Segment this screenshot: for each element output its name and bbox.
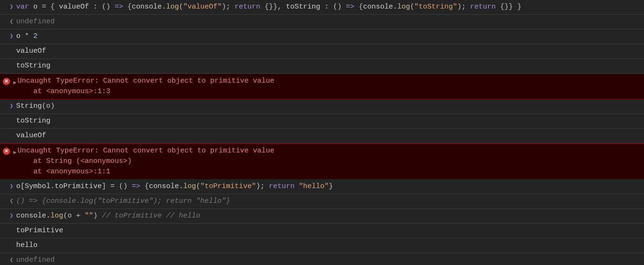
console-output-arrow-icon: ❮ [10,256,13,265]
console-log-output: toString [16,61,644,71]
console-error-message: ▶Uncaught TypeError: Cannot convert obje… [16,146,644,177]
console-row: ❯o[Symbol.toPrimitive] = () => {console.… [0,180,644,194]
code-token: () => {console.log("toPrimitive"); retur… [16,197,230,205]
code-token: ); [457,3,470,11]
console-row: ❮undefined [0,15,644,29]
code-token: "" [85,212,93,220]
console-gutter: ❮ [0,255,16,265]
code-token: => [346,3,354,11]
console-log-output: hello [16,240,644,251]
code-token: log [166,3,179,11]
console-input-arrow-icon: ❯ [10,212,13,220]
code-token: * [25,32,33,40]
code-token: toString [16,117,50,125]
error-icon [3,78,10,85]
console-row: toString [0,59,644,74]
code-token: valueOf [16,47,46,55]
code-token: 2 [33,32,38,40]
console-input-code: String(o) [16,101,644,112]
code-token: console. [16,212,50,220]
console-gutter: ❯ [0,211,16,220]
code-token: undefined [16,256,55,264]
code-token: toString [286,3,320,11]
console-gutter: ❮ [0,17,16,26]
console-row: ❯String(o) [0,99,644,114]
code-token: { [354,3,363,11]
code-token: {}}, [260,3,286,11]
console-row: toString [0,114,644,129]
code-token: valueOf [59,3,89,11]
expand-triangle-icon[interactable]: ▶ [13,150,17,155]
console-input-arrow-icon: ❯ [10,32,13,41]
console-input-code: o[Symbol.toPrimitive] = () => {console.l… [16,181,644,192]
devtools-console[interactable]: ❯var o = { valueOf : () => {console.log(… [0,0,644,265]
code-token: toPrimitive [16,227,63,235]
console-row: ❯var o = { valueOf : () => {console.log(… [0,0,644,15]
code-token: hello [16,241,38,249]
code-token: // toPrimitive // hello [102,212,200,220]
code-token: : () [320,3,346,11]
console-row: valueOf [0,129,644,143]
console-gutter [0,46,16,47]
code-token: valueOf [16,132,46,140]
console-row: ❮undefined [0,253,644,265]
console-log-output: toString [16,116,644,126]
console-log-output: valueOf [16,46,644,57]
console-gutter: ❯ [0,101,16,111]
error-stack-line: at <anonymous>:1:3 [16,86,639,97]
console-gutter: ❯ [0,31,16,41]
code-token: String [16,102,42,110]
console-gutter [0,226,16,227]
code-token: ) [93,212,102,220]
console-output-arrow-icon: ❮ [10,197,13,206]
console-input-code: console.log(o + "") // toPrimitive // he… [16,211,644,221]
code-token: ( [179,3,183,11]
code-token: "toString" [414,3,457,11]
console-row: ❯o * 2 [0,29,644,44]
error-text: Uncaught TypeError: Cannot convert objec… [18,147,274,155]
code-token: "hello" [299,182,329,190]
code-token: o[ [16,182,25,190]
error-text: Uncaught TypeError: Cannot convert objec… [18,77,274,85]
console-gutter [0,116,16,117]
console-gutter [0,240,16,241]
console-row: ▶Uncaught TypeError: Cannot convert obje… [0,74,644,99]
console-row: ❮() => {console.log("toPrimitive"); retu… [0,194,644,209]
expand-triangle-icon[interactable]: ▶ [13,80,17,85]
error-stack-line: at <anonymous>:1:1 [16,167,639,177]
console-return-value: undefined [16,17,644,27]
code-token: "toPrimitive" [200,182,256,190]
console-return-value: () => {console.log("toPrimitive"); retur… [16,196,644,207]
console-row: ❯console.log(o + "") // toPrimitive // h… [0,209,644,224]
console-input-code: var o = { valueOf : () => {console.log("… [16,2,644,12]
code-token: => [115,3,123,11]
code-token: o [16,32,25,40]
error-stack-line: at String (<anonymous>) [16,156,639,167]
code-token: return [470,3,496,11]
console-log-output: toPrimitive [16,226,644,236]
code-token: (o + [63,212,85,220]
code-token: . [50,182,55,190]
error-icon [3,148,10,155]
code-token: return [269,182,294,190]
code-token: (o) [42,102,55,110]
console-output-arrow-icon: ❮ [10,18,13,26]
console-row: ▶Uncaught TypeError: Cannot convert obje… [0,143,644,180]
code-token: ( [410,3,414,11]
code-token [294,182,299,190]
console-row: valueOf [0,44,644,59]
console-gutter: ❯ [0,2,16,11]
console-input-arrow-icon: ❯ [10,3,13,11]
code-token: = { [42,3,59,11]
code-token: } [329,182,333,190]
code-token: console. [363,3,397,11]
console-input-arrow-icon: ❯ [10,182,13,191]
code-token: {}} } [496,3,521,11]
console-log-output: valueOf [16,131,644,141]
code-token: : () [89,3,115,11]
code-token: return [234,3,260,11]
code-token: log [50,212,63,220]
console-error-message: ▶Uncaught TypeError: Cannot convert obje… [16,76,644,97]
code-token: console. [149,182,183,190]
code-token: ); [222,3,234,11]
